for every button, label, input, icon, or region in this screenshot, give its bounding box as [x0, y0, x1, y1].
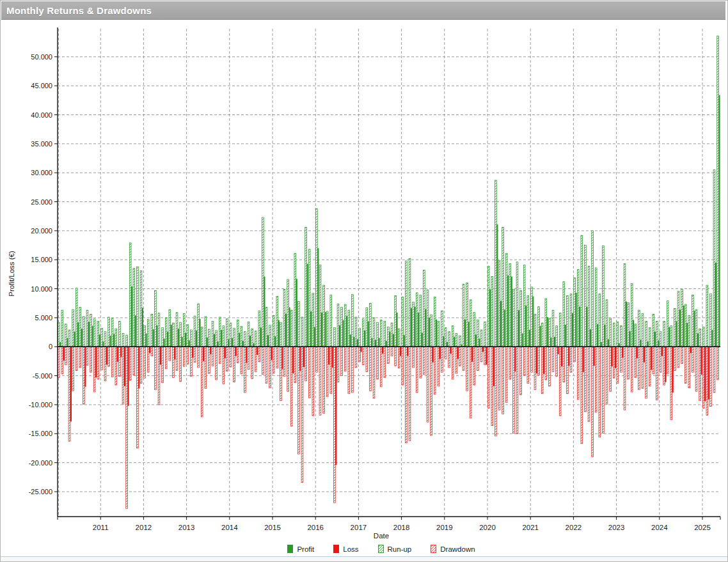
chart-window: Monthly Returns & Drawdowns 50.00045.000…: [0, 0, 728, 562]
svg-text:2014: 2014: [221, 524, 238, 531]
svg-text:2013: 2013: [178, 524, 195, 531]
svg-text:-10.000: -10.000: [29, 401, 52, 409]
svg-text:2022: 2022: [566, 524, 582, 531]
svg-text:2023: 2023: [608, 524, 625, 531]
svg-text:-25.000: -25.000: [29, 488, 52, 496]
x-axis-title: Date: [58, 532, 705, 540]
drawdown-swatch-icon: [431, 545, 436, 553]
horizontal-gridlines: [58, 57, 720, 492]
legend-item-loss: Loss: [333, 545, 358, 553]
svg-text:15.000: 15.000: [31, 256, 52, 263]
svg-text:2012: 2012: [136, 524, 152, 531]
legend-item-drawdown: Drawdown: [431, 545, 475, 553]
svg-text:2016: 2016: [307, 524, 324, 531]
svg-text:10.000: 10.000: [31, 285, 52, 293]
svg-text:30.000: 30.000: [31, 169, 52, 176]
svg-text:35.000: 35.000: [31, 140, 52, 148]
svg-text:2019: 2019: [436, 524, 453, 531]
svg-text:2018: 2018: [393, 524, 410, 531]
svg-text:2020: 2020: [479, 524, 496, 531]
legend-label-loss: Loss: [343, 545, 358, 553]
svg-text:20.000: 20.000: [31, 227, 52, 235]
svg-text:2015: 2015: [264, 524, 281, 531]
legend-item-runup: Run-up: [378, 545, 412, 553]
svg-text:2017: 2017: [351, 524, 367, 531]
monthly-returns-chart-canvas[interactable]: 50.00045.00040.00035.00030.00025.00020.0…: [1, 1, 728, 562]
x-tick-labels: 2011201220132014201520162017201820192020…: [93, 524, 711, 531]
svg-text:5.000: 5.000: [35, 314, 52, 322]
loss-bars: [63, 347, 709, 465]
svg-text:45.000: 45.000: [31, 82, 52, 90]
svg-text:2021: 2021: [522, 524, 539, 531]
loss-swatch-icon: [333, 545, 339, 553]
y-tick-labels: 50.00045.00040.00035.00030.00025.00020.0…: [29, 53, 52, 496]
svg-text:0: 0: [49, 343, 52, 350]
svg-text:2011: 2011: [93, 524, 109, 531]
legend-label-runup: Run-up: [388, 545, 412, 553]
svg-text:40.000: 40.000: [31, 111, 52, 119]
legend-label-profit: Profit: [297, 545, 314, 553]
svg-text:25.000: 25.000: [31, 198, 52, 206]
drawdown-bars: [58, 347, 718, 508]
legend-label-drawdown: Drawdown: [440, 545, 475, 553]
runup-swatch-icon: [378, 545, 384, 553]
svg-text:2024: 2024: [651, 524, 668, 531]
legend: Profit Loss Run-up Drawdown: [58, 545, 705, 553]
legend-item-profit: Profit: [287, 545, 314, 553]
profit-swatch-icon: [287, 545, 293, 553]
window-bottom-edge: [1, 556, 727, 561]
profit-bars: [59, 95, 720, 347]
vertical-gridlines: [59, 29, 703, 517]
svg-text:-20.000: -20.000: [29, 459, 52, 467]
svg-text:50.000: 50.000: [31, 53, 52, 61]
svg-text:-15.000: -15.000: [29, 430, 52, 437]
svg-text:-5.000: -5.000: [33, 372, 52, 380]
runup-bars: [58, 36, 718, 347]
svg-text:2025: 2025: [694, 524, 711, 531]
axes: [54, 27, 720, 520]
